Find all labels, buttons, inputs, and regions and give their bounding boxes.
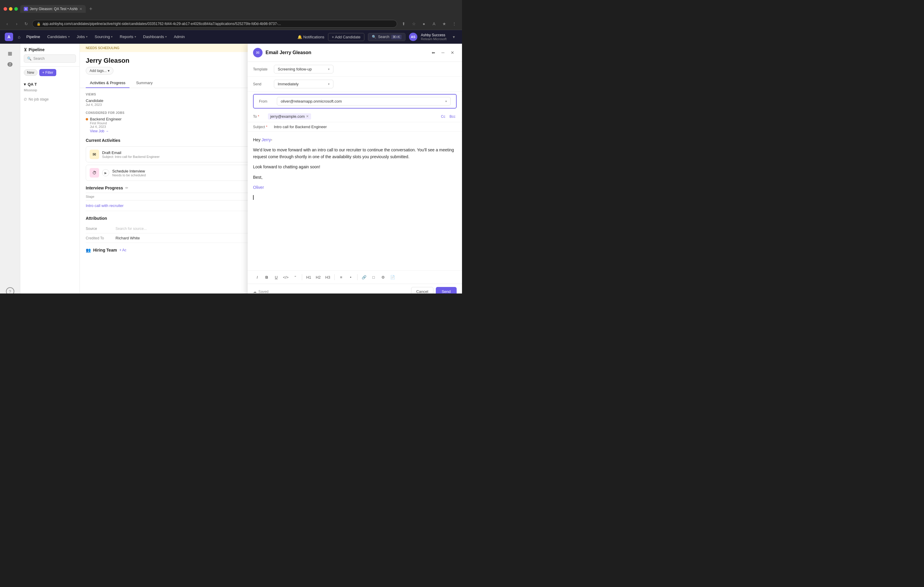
nav-right: 🔔 Notifications + Add Candidate 🔍 Search… [297, 33, 457, 41]
cancel-button[interactable]: Cancel [411, 287, 433, 294]
to-row: To * jerry@example.com ✕ Cc Bcc [248, 111, 462, 122]
ordered-list-button[interactable]: ≡ [337, 273, 345, 281]
candidate-detail: NEEDS SCHEDULING 3H AGO ✕ Jerry Gleason … [80, 44, 462, 294]
from-select[interactable]: oliver@reteamapp.onmicrosoft.com ▾ [277, 97, 451, 105]
send-control: Immediately ▾ [274, 80, 457, 88]
add-activity-button[interactable]: + Ac [119, 248, 127, 252]
app-container: A ⌂ Pipeline Candidates ▾ Jobs ▾ Sourcin… [0, 30, 462, 294]
search-button[interactable]: 🔍 Search ⌘+K [368, 33, 406, 41]
modal-header: ✉ Email Jerry Gleason ⬅ ─ ✕ [248, 44, 462, 62]
address-bar[interactable]: 🔒 app.ashbyhq.com/candidates/pipeline/ac… [32, 20, 397, 28]
chevron-down-icon: ▾ [86, 35, 87, 38]
address-text: app.ashbyhq.com/candidates/pipeline/acti… [43, 22, 281, 26]
modal-actions: ⬅ ─ ✕ [429, 48, 457, 57]
document-button[interactable]: 📄 [388, 273, 397, 281]
extension-icon-3[interactable]: ★ [440, 20, 448, 28]
extension-icon-1[interactable]: ● [420, 20, 428, 28]
user-avatar[interactable]: AS [409, 33, 417, 41]
qa-location: Mississip [24, 88, 76, 92]
nav-jobs[interactable]: Jobs ▾ [73, 30, 91, 44]
share-icon[interactable]: ⬆ [399, 20, 408, 28]
credited-to-label: Credited To [86, 236, 116, 240]
add-tags-button[interactable]: Add tags... ▾ [86, 67, 114, 75]
pipeline-title: ⊻ Pipeline [24, 47, 76, 52]
modal-sidebar-icon[interactable]: ⬅ [429, 48, 437, 57]
underline-button[interactable]: U [272, 273, 280, 281]
from-row: From oliver@reteamapp.onmicrosoft.com ▾ [253, 94, 457, 109]
nav-pipeline[interactable]: Pipeline [23, 30, 43, 44]
image-button[interactable]: □ [370, 273, 378, 281]
filter-row: New + Filter [20, 67, 79, 79]
italic-button[interactable]: I [253, 273, 261, 281]
template-control: Screening follow-up ▾ [274, 65, 457, 74]
browser-menu-icon[interactable]: ⋮ [450, 20, 459, 28]
add-candidate-button[interactable]: + Add Candidate [328, 33, 365, 41]
forward-button[interactable]: › [13, 20, 20, 27]
bcc-button[interactable]: Bcc [448, 114, 457, 119]
traffic-lights [3, 7, 18, 11]
template-select[interactable]: Screening follow-up ▾ [274, 65, 333, 74]
remove-tag-button[interactable]: ✕ [306, 115, 309, 118]
close-traffic-light[interactable] [3, 7, 7, 11]
email-modal: ✉ Email Jerry Gleason ⬅ ─ ✕ Template Scr… [248, 44, 462, 294]
bookmark-icon[interactable]: ☆ [409, 20, 418, 28]
filter-icon: ⊻ [24, 47, 27, 52]
progress-stage: Intro call with recruiter [86, 203, 124, 208]
browser-tab[interactable]: A Jerry Gleason: QA Test • Ashb ✕ [20, 5, 86, 13]
edit-icon[interactable]: ✏ [125, 186, 128, 190]
app-logo[interactable]: A [5, 33, 13, 41]
unordered-list-button[interactable]: • [346, 273, 355, 281]
tab-close-icon[interactable]: ✕ [79, 7, 82, 11]
send-email-button[interactable]: Send [436, 287, 457, 294]
h3-button[interactable]: H3 [323, 273, 332, 281]
code-button[interactable]: </> [282, 273, 290, 281]
play-button[interactable]: ▶ [102, 169, 109, 176]
refresh-button[interactable]: ↻ [23, 20, 30, 27]
send-select[interactable]: Immediately ▾ [274, 80, 333, 88]
body-name: Jerry [262, 137, 271, 142]
tab-activities-progress[interactable]: Activities & Progress [86, 78, 129, 88]
link-button[interactable]: 🔗 [360, 273, 368, 281]
chevron-down-icon: ▾ [111, 35, 112, 38]
subject-input[interactable] [274, 125, 457, 129]
pipeline-search[interactable]: 🔍 Search [24, 54, 76, 63]
new-badge[interactable]: New [24, 69, 38, 76]
modal-minimize-button[interactable]: ─ [439, 48, 447, 57]
back-button[interactable]: ‹ [3, 20, 11, 27]
schedule-icon: ⏱ [90, 168, 99, 178]
settings-button[interactable]: ⚙ [379, 273, 387, 281]
nav-candidates[interactable]: Candidates ▾ [44, 30, 73, 44]
search-shortcut: ⌘+K [391, 35, 402, 39]
cc-button[interactable]: Cc [440, 114, 447, 119]
notifications-button[interactable]: 🔔 Notifications [297, 35, 325, 39]
modal-close-button[interactable]: ✕ [448, 48, 457, 57]
maximize-traffic-light[interactable] [14, 7, 18, 11]
nav-admin[interactable]: Admin [170, 30, 188, 44]
source-search[interactable]: Search for source... [116, 227, 147, 231]
body-area[interactable]: Hey Jerry- We'd love to move forward wit… [248, 132, 462, 270]
user-info[interactable]: Ashby Success Reteam Microsoft [421, 33, 447, 41]
qa-section-header[interactable]: ▾ QA T [24, 81, 76, 88]
body-text: Hey Jerry- We'd love to move forward wit… [253, 136, 457, 201]
nav-dashboards[interactable]: Dashboards ▾ [140, 30, 170, 44]
bold-button[interactable]: B [262, 273, 271, 281]
extension-icon-2[interactable]: A [430, 20, 438, 28]
minimize-traffic-light[interactable] [9, 7, 13, 11]
credited-to-value: Richard White [116, 236, 140, 240]
modal-footer: ☁ Saved Cancel Send [248, 284, 462, 294]
tab-summary[interactable]: Summary [132, 78, 157, 88]
h1-button[interactable]: H1 [305, 273, 313, 281]
filter-button[interactable]: + Filter [39, 69, 56, 76]
home-button[interactable]: ⌂ [15, 33, 23, 40]
quote-button[interactable]: " [291, 273, 299, 281]
nav-sourcing[interactable]: Sourcing ▾ [91, 30, 116, 44]
sidebar-pipeline-icon[interactable]: ▦ [4, 47, 16, 59]
user-menu-button[interactable]: ▾ [450, 33, 457, 40]
group-icon: 👥 [86, 248, 91, 252]
new-tab-button[interactable]: + [88, 5, 94, 13]
bell-icon: 🔔 [297, 35, 302, 39]
help-button[interactable]: ? [6, 287, 14, 294]
h2-button[interactable]: H2 [314, 273, 322, 281]
qa-title: QA T [28, 82, 37, 87]
nav-reports[interactable]: Reports ▾ [116, 30, 140, 44]
